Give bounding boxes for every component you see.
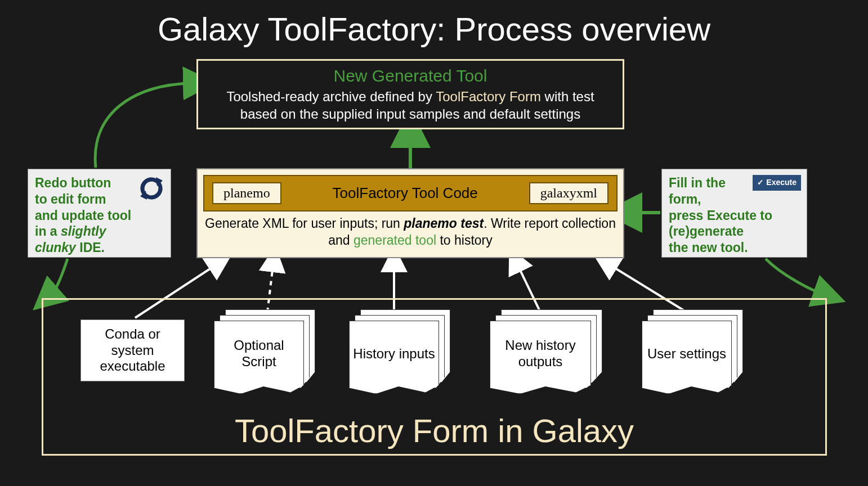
- right-note: ✓ Execute Fill in the form, press Execut…: [661, 169, 807, 258]
- page-title: Galaxy ToolFactory: Process overview: [0, 10, 868, 48]
- form-title: ToolFactory Form in Galaxy: [43, 412, 825, 449]
- chip-planemo: planemo: [212, 182, 281, 204]
- execute-button[interactable]: ✓ Execute: [753, 175, 801, 191]
- card-conda: Conda or system executable: [80, 320, 185, 381]
- code-header: planemo ToolFactory Tool Code galaxyxml: [203, 175, 618, 212]
- code-desc: Generate XML for user inputs; run planem…: [203, 215, 618, 249]
- code-header-title: ToolFactory Tool Code: [333, 184, 478, 202]
- chip-galaxyxml: galaxyxml: [529, 182, 609, 204]
- generated-tool-desc: Toolshed-ready archive defined by ToolFa…: [209, 88, 611, 123]
- generated-tool-box: New Generated Tool Toolshed-ready archiv…: [196, 59, 624, 129]
- left-note: Redo button to edit form and update tool…: [28, 169, 171, 258]
- check-icon: ✓: [757, 178, 764, 188]
- toolfactory-code-box: planemo ToolFactory Tool Code galaxyxml …: [196, 168, 624, 258]
- redo-icon: [138, 175, 165, 202]
- generated-tool-heading: New Generated Tool: [209, 66, 611, 86]
